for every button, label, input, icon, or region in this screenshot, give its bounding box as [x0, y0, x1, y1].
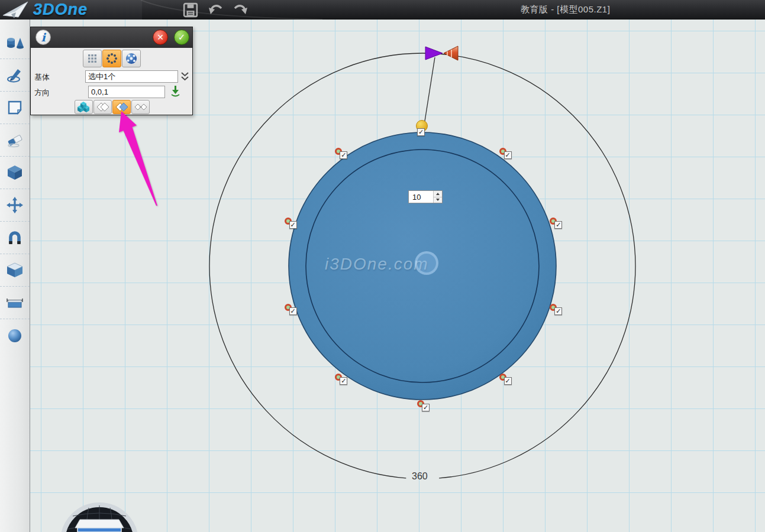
tab-circular-pattern[interactable]	[102, 50, 121, 67]
up-arrow-icon	[436, 193, 440, 195]
info-icon: i	[35, 30, 51, 45]
move-icon	[6, 196, 24, 214]
confirm-button[interactable]: ✓	[174, 30, 189, 45]
spinner-up-button[interactable]	[434, 191, 442, 197]
document-title: 教育版 - [模型005.Z1]	[521, 4, 610, 15]
dialog-titlebar[interactable]	[31, 27, 192, 48]
diamond-left-icon	[95, 102, 111, 112]
sidebar-item-section[interactable]	[0, 287, 30, 319]
watermark-logo-icon	[415, 251, 438, 275]
base-label: 基体	[34, 72, 50, 83]
instance-checkbox[interactable]: ✓	[417, 128, 425, 136]
instance-checkbox[interactable]: ✓	[554, 221, 562, 229]
pattern-instance-marker: ✓	[550, 304, 557, 311]
pattern-instance-marker: ✓	[285, 304, 292, 311]
spinner-buttons	[433, 191, 442, 203]
sidebar-item-primitives[interactable]	[0, 27, 30, 59]
sketch-plane-icon	[7, 100, 23, 115]
primitives-icon	[5, 35, 24, 50]
redo-icon[interactable]	[233, 2, 248, 18]
material-sphere-icon	[7, 328, 22, 343]
toolbar-sidebar	[0, 20, 30, 532]
option-direction-both[interactable]	[131, 100, 150, 114]
section-icon	[6, 296, 24, 310]
pattern-instance-marker: ✓	[417, 400, 424, 407]
circular-pattern-icon	[106, 53, 118, 64]
direction-input[interactable]	[88, 86, 165, 98]
titlebar: 3DOne 教育版 - [模型005.Z1]	[0, 0, 765, 20]
tab-spherical-pattern[interactable]	[122, 50, 141, 67]
instance-checkbox[interactable]: ✓	[422, 404, 430, 411]
instance-checkbox[interactable]: ✓	[340, 151, 347, 159]
spherical-pattern-icon	[125, 53, 137, 64]
tab-linear-pattern[interactable]	[83, 50, 102, 67]
pattern-instance-marker: ✓	[550, 218, 557, 225]
instance-checkbox[interactable]: ✓	[289, 307, 297, 315]
navcube-top-face[interactable]	[75, 520, 124, 528]
pattern-instance-marker: ✓	[499, 148, 506, 155]
pattern-instance-marker: ✓	[335, 148, 342, 155]
expand-chevrons-icon[interactable]	[180, 71, 189, 82]
application-window: 360 ✓✓✓✓✓✓✓✓✓✓ i3DOne.com 3DOne	[0, 0, 765, 532]
face-edit-icon	[6, 262, 24, 278]
instance-checkbox[interactable]: ✓	[340, 377, 347, 385]
base-input[interactable]	[85, 70, 178, 83]
sidebar-item-sketch-plane[interactable]	[0, 92, 30, 124]
save-icon[interactable]	[183, 2, 198, 18]
pattern-source-marker: ✓	[416, 120, 428, 132]
direction-label: 方向	[34, 87, 50, 98]
pattern-instance-marker: ✓	[285, 218, 292, 225]
app-logo: 3DOne	[2, 1, 88, 19]
pattern-instance-marker: ✓	[335, 374, 342, 381]
navcube-front-face[interactable]	[78, 528, 121, 532]
watermark-text: i3DOne.com	[325, 255, 429, 274]
spinner-down-button[interactable]	[434, 197, 442, 203]
linear-pattern-icon	[88, 54, 97, 63]
paper-plane-icon	[2, 1, 30, 19]
view-navigation-ball[interactable]	[56, 498, 145, 532]
option-direction-left[interactable]	[93, 100, 112, 114]
sidebar-item-solid[interactable]	[0, 157, 30, 189]
sidebar-item-magnet[interactable]	[0, 222, 30, 254]
eraser-icon	[6, 132, 24, 148]
sidebar-item-eraser[interactable]	[0, 124, 30, 157]
undo-icon[interactable]	[208, 2, 224, 18]
instance-checkbox[interactable]: ✓	[289, 221, 297, 229]
cancel-button[interactable]: ✕	[153, 30, 168, 45]
magnet-icon	[7, 230, 23, 245]
app-name: 3DOne	[33, 1, 88, 19]
option-direction-right[interactable]	[112, 100, 131, 114]
pick-direction-icon[interactable]	[170, 85, 180, 97]
option-pattern-geometry[interactable]	[75, 100, 93, 114]
down-arrow-icon	[436, 199, 440, 201]
cube-icon	[7, 164, 23, 181]
stacked-cubes-icon	[76, 101, 92, 113]
pattern-instance-marker: ✓	[499, 374, 506, 381]
instance-count-input[interactable]	[409, 191, 433, 203]
instance-checkbox[interactable]: ✓	[504, 151, 512, 159]
sketch-pencil-icon	[6, 67, 24, 83]
sidebar-item-face-edit[interactable]	[0, 254, 30, 287]
sidebar-item-sketch[interactable]	[0, 59, 30, 92]
pattern-dialog: i ✕ ✓	[30, 27, 193, 115]
diamond-right-icon	[114, 102, 130, 112]
sidebar-item-material[interactable]	[0, 319, 30, 352]
instance-count-spinner[interactable]	[408, 190, 443, 203]
sidebar-item-move[interactable]	[0, 189, 30, 222]
instance-checkbox[interactable]: ✓	[504, 377, 512, 385]
diamond-both-icon	[133, 102, 149, 112]
instance-checkbox[interactable]: ✓	[554, 307, 562, 315]
